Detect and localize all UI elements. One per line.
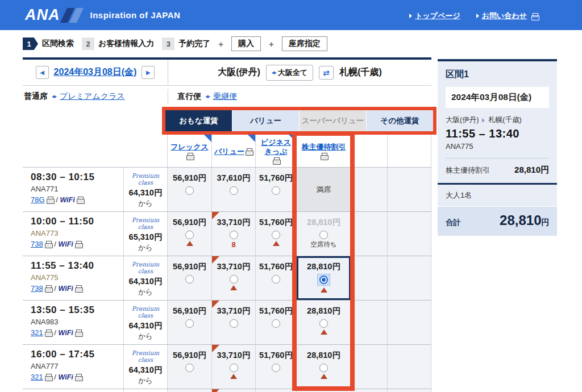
connecting-flights-link[interactable]: 乗継便 [213, 91, 237, 102]
fare-cell[interactable]: 51,760円 [256, 301, 297, 344]
premium-price: 64,310円 [124, 187, 167, 198]
flight-info-cell: 13:50 – 15:35ANA983321 / WiFi [23, 301, 124, 344]
fare-radio[interactable] [272, 319, 280, 328]
topbar-links: トップページ お問い合わせ [409, 11, 539, 21]
fare-radio[interactable] [185, 231, 194, 239]
flex-fare-link[interactable]: フレックス [171, 143, 209, 152]
printer-icon [75, 374, 82, 380]
aircraft-link[interactable]: 321 [31, 328, 43, 337]
fare-radio[interactable] [319, 276, 328, 284]
premium-class-cell[interactable]: Premium class64,310円から [124, 301, 168, 344]
cropped-next-row [23, 389, 431, 392]
flight-info-cell: 11:55 – 13:40ANA775738 / WiFi [23, 256, 124, 300]
flight-row: 10:00 – 11:50ANA773738 / WiFiPremium cla… [23, 212, 431, 256]
aircraft-link[interactable]: 321 [31, 373, 43, 381]
premium-brand: Premium class [124, 261, 167, 274]
fare-cell[interactable]: 56,910円 [168, 301, 212, 344]
empty-cell [388, 168, 431, 211]
segment-title: 区間1 [446, 69, 549, 81]
aircraft-link[interactable]: 738 [31, 284, 43, 293]
fare-cell[interactable]: 28,810円 [297, 345, 351, 389]
value-fare-link[interactable]: バリュー [214, 147, 244, 156]
arrow-right-icon [476, 14, 479, 18]
tab-value[interactable]: バリュー [232, 110, 299, 131]
fare-price: 51,760円 [256, 261, 296, 272]
fare-radio[interactable] [185, 319, 194, 328]
aircraft-link[interactable]: 738 [31, 240, 43, 248]
premium-class-link[interactable]: プレミアムクラス [60, 91, 125, 102]
fare-cell[interactable]: 37,610円 [212, 168, 256, 211]
fare-cell[interactable]: 28,810円空席待ち [297, 212, 351, 256]
date-link[interactable]: 2024年03月08日(金) [54, 66, 137, 78]
fare-cell[interactable]: 33,710円 [212, 345, 256, 389]
fare-radio[interactable] [230, 319, 238, 328]
fare-cell[interactable]: 33,710円8 [212, 212, 256, 256]
fare-cell[interactable]: 28,810円 [297, 256, 351, 300]
fare-radio[interactable] [230, 364, 238, 372]
top-page-link[interactable]: トップページ [409, 11, 460, 21]
step-1-badge: 1 [23, 37, 38, 50]
fare-price: 56,910円 [168, 217, 211, 228]
flight-info-cell: 16:00 – 17:45ANA777321 / WiFi [23, 345, 124, 389]
fare-radio[interactable] [230, 275, 238, 283]
sidebar-divider: 大人1名 合計 28,810円 [438, 183, 557, 236]
fare-cell[interactable]: 56,910円 [168, 212, 212, 256]
plus-separator: + [218, 39, 223, 49]
ana-logo[interactable]: ANA Inspiration of JAPAN [25, 6, 180, 24]
aircraft-link[interactable]: 78G [31, 195, 45, 204]
premium-price: 64,310円 [124, 320, 167, 331]
arrow-right-icon [409, 14, 412, 18]
fare-radio[interactable] [185, 186, 194, 195]
corner-flag-icon [204, 135, 211, 142]
empty-header-cell [351, 135, 388, 167]
fare-radio[interactable] [185, 364, 194, 372]
premium-brand: Premium class [124, 305, 167, 319]
premium-class-cell[interactable]: Premium class64,310円から [124, 168, 168, 211]
fare-name: 株主優待割引 [446, 165, 490, 176]
airport-selector-button[interactable]: ◂▸ 大阪全て [266, 65, 313, 81]
value-column-header: バリュー [212, 135, 256, 167]
contact-link[interactable]: お問い合わせ [476, 11, 539, 21]
tab-main-fares[interactable]: おもな運賃 [165, 110, 232, 131]
fare-radio[interactable] [185, 275, 194, 283]
filter-bar: 普通席 ◂▸ プレミアムクラス 直行便 ◂▸ 乗継便 [23, 86, 431, 107]
swap-route-button[interactable]: ⇄ [319, 66, 334, 80]
fare-cell[interactable]: 51,760円 [256, 212, 297, 256]
flight-number: ANA777 [31, 362, 123, 370]
fare-radio[interactable] [230, 186, 238, 195]
shareholder-fare-link[interactable]: 株主優待割引 [302, 143, 346, 152]
next-date-button[interactable]: ▶ [142, 66, 155, 79]
fare-cell[interactable]: 56,910円 [168, 256, 212, 300]
fare-radio[interactable] [272, 186, 280, 195]
printer-icon [321, 153, 328, 159]
fare-cell[interactable]: 33,710円 [212, 256, 256, 300]
fare-price: 28,810円 [297, 261, 351, 272]
fare-cell[interactable]: 51,760円 [256, 256, 297, 300]
fare-cell[interactable]: 51,760円 [256, 168, 297, 211]
fare-cell[interactable]: 28,810円 [297, 301, 351, 344]
prev-date-button[interactable]: ◀ [36, 66, 49, 79]
fare-radio[interactable] [319, 231, 328, 239]
fare-radio[interactable] [319, 364, 328, 372]
fare-cell[interactable]: 56,910円 [168, 168, 212, 211]
fare-cell[interactable]: 33,710円 [212, 301, 256, 344]
premium-from-label: から [124, 332, 167, 341]
premium-class-cell[interactable]: Premium class65,310円から [124, 212, 168, 256]
premium-class-cell[interactable]: Premium class64,310円から [124, 256, 168, 300]
wifi-label: WiFi [59, 285, 73, 293]
tab-other-fares[interactable]: その他運賃 [366, 110, 433, 131]
flight-links: 321 / WiFi [31, 328, 123, 337]
fare-price: 56,910円 [168, 173, 211, 184]
fare-radio[interactable] [319, 319, 328, 328]
fare-cell[interactable]: 51,760円 [256, 345, 297, 389]
premium-from-label: から [124, 243, 167, 253]
flight-row: 11:55 – 13:40ANA775738 / WiFiPremium cla… [23, 256, 431, 301]
fare-cell[interactable]: 56,910円 [168, 345, 212, 389]
fare-radio[interactable] [272, 275, 280, 283]
premium-class-cell[interactable]: Premium class64,310円から [124, 345, 168, 389]
fare-radio[interactable] [230, 231, 238, 239]
fare-radio[interactable] [272, 364, 280, 372]
flight-links: 78G / WiFi [31, 195, 123, 204]
fare-radio[interactable] [272, 231, 280, 239]
ana-logo-text: ANA [25, 6, 60, 24]
